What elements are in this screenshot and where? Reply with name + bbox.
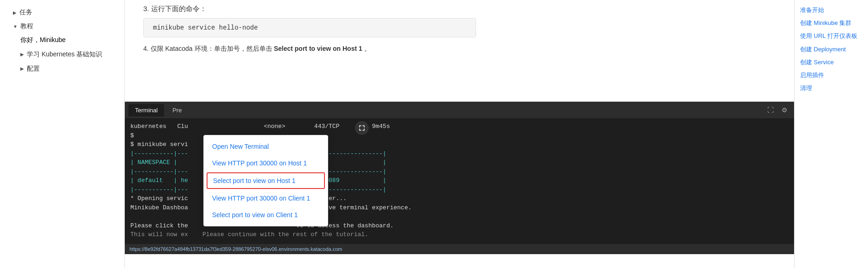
doc-content: 3. 运行下面的命令： minikube service hello-node … [125,0,794,102]
terminal-body: kubernetes Clu <none> 443/TCP 9m45s $ $ … [125,118,794,244]
sidebar-item-tutorials[interactable]: ▼ 教程 [0,19,124,33]
context-menu-select-port-host[interactable]: Select port to view on Host 1 [207,172,325,189]
sidebar-item-learn-k8s[interactable]: ▶ 学习 Kubernetes 基础知识 [0,47,124,62]
arrow-icon-config: ▶ [20,66,24,71]
context-menu-select-port-client[interactable]: Select port to view on Client 1 [204,207,328,223]
terminal-line: kubernetes Clu <none> 443/TCP 9m45s [130,122,789,131]
terminal-line: This will now ex Please continue with th… [130,230,789,239]
left-sidebar: ▶ 任务 ▼ 教程 你好，Minikube ▶ 学习 Kubernetes 基础… [0,0,125,268]
right-sidebar-item-enable-plugins[interactable]: 启用插件 [800,69,862,82]
tab-terminal[interactable]: Terminal [128,104,164,116]
status-url: https://8e92fd76627a484fb13731da7f3ed359… [129,246,342,252]
terminal-wrapper: Terminal Pre ⛶ ⚙ kubernetes Clu <none> 4… [125,102,794,254]
arrow-icon: ▶ [13,10,17,15]
tab-pre[interactable]: Pre [166,104,188,116]
arrow-icon-k8s: ▶ [20,52,24,57]
settings-button[interactable]: ⚙ [779,105,789,115]
main-layout: ▶ 任务 ▼ 教程 你好，Minikube ▶ 学习 Kubernetes 基础… [0,0,868,268]
right-sidebar-item-create-cluster[interactable]: 创建 Minikube 集群 [800,17,862,30]
context-menu-view-http-host[interactable]: View HTTP port 30000 on Host 1 [204,155,328,171]
terminal-tabs: Terminal Pre ⛶ ⚙ [125,102,794,118]
right-sidebar-item-prepare[interactable]: 准备开始 [800,4,862,17]
sidebar-item-tasks[interactable]: ▶ 任务 [0,6,124,19]
right-sidebar-item-cleanup[interactable]: 清理 [800,82,862,95]
expand-icon[interactable] [355,121,369,135]
terminal-controls: ⛶ ⚙ [761,102,794,118]
code-block: minikube service hello-node [143,18,476,37]
right-sidebar-item-open-dashboard[interactable]: 使用 URL 打开仪表板 [800,30,862,43]
sidebar-item-hello-minikube[interactable]: 你好，Minikube [0,33,124,47]
right-sidebar-item-create-deployment[interactable]: 创建 Deployment [800,43,862,56]
context-menu-open-terminal[interactable]: Open New Terminal [204,138,328,155]
status-bar: https://8e92fd76627a484fb13731da7f3ed359… [125,244,794,254]
step4-text: 4. 仅限 Katacoda 环境：单击加号，然后单击 Select port … [143,45,776,53]
sidebar-item-config[interactable]: ▶ 配置 [0,62,124,76]
fullscreen-button[interactable]: ⛶ [765,105,776,115]
arrow-icon-expanded: ▼ [13,24,18,29]
content-area: 3. 运行下面的命令： minikube service hello-node … [125,0,794,268]
right-sidebar: 准备开始 创建 Minikube 集群 使用 URL 打开仪表板 创建 Depl… [794,0,868,268]
step3-label: 3. 运行下面的命令： [143,5,776,13]
context-menu-view-http-client[interactable]: View HTTP port 30000 on Client 1 [204,190,328,207]
context-menu: Open New Terminal View HTTP port 30000 o… [203,135,328,226]
right-sidebar-item-create-service[interactable]: 创建 Service [800,56,862,69]
